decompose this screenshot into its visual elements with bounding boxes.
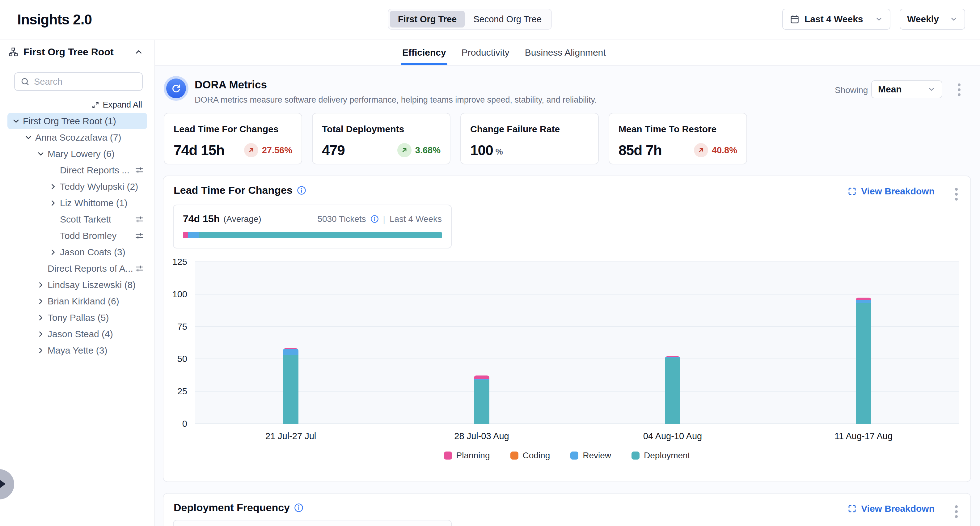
summary-period: Last 4 Weeks	[390, 214, 442, 224]
tree-item[interactable]: Direct Reports ...	[0, 162, 154, 179]
tab-business-alignment[interactable]: Business Alignment	[524, 40, 607, 65]
tab-efficiency[interactable]: Efficiency	[401, 40, 447, 65]
sidebar-search[interactable]	[14, 72, 143, 91]
tree-item-pill: Direct Reports of A...	[7, 260, 147, 277]
summary-separator: |	[383, 214, 385, 224]
bar-segment-review	[283, 349, 298, 355]
metric-card-title: Change Failure Rate	[470, 124, 589, 134]
info-icon[interactable]	[297, 186, 306, 195]
tree-item-pill: Jason Stead (4)	[7, 326, 147, 342]
toggle-first-org-tree[interactable]: First Org Tree	[390, 11, 465, 27]
metric-card-title: Lead Time For Changes	[173, 124, 292, 134]
tree-item[interactable]: Jason Coats (3)	[0, 244, 154, 260]
showing-value: Mean	[878, 84, 902, 94]
tree-item[interactable]: Todd Bromley	[0, 228, 154, 244]
stacked-bar[interactable]	[474, 376, 489, 424]
tree-item[interactable]: First Org Tree Root (1)	[0, 113, 154, 129]
lead-time-kebab-menu-icon[interactable]	[955, 188, 958, 201]
dora-metrics-icon	[164, 76, 188, 101]
tree-item[interactable]: Jason Stead (4)	[0, 326, 154, 342]
search-input[interactable]	[34, 77, 137, 87]
stacked-bar[interactable]	[283, 348, 298, 424]
tree-item[interactable]: Liz Whittome (1)	[0, 195, 154, 211]
gridline	[195, 359, 959, 359]
chevron-down-icon	[928, 85, 935, 93]
tree-item-pill: Todd Bromley	[7, 228, 147, 244]
metric-card: Mean Time To Restore85d 7h40.8%	[609, 113, 747, 164]
deployment-frequency-view-breakdown[interactable]: View Breakdown	[848, 504, 935, 514]
toggle-second-org-tree[interactable]: Second Org Tree	[465, 11, 550, 27]
date-range-dropdown[interactable]: Last 4 Weeks	[782, 9, 890, 30]
stacked-bar[interactable]	[665, 356, 680, 424]
deployment-frequency-title: Deployment Frequency	[173, 502, 290, 514]
showing-label: Showing	[835, 85, 868, 95]
metric-card-value-suffix: %	[496, 147, 503, 157]
tree-item[interactable]: Direct Reports of A...	[0, 260, 154, 277]
tree-item[interactable]: Maya Yette (3)	[0, 342, 154, 359]
granularity-dropdown[interactable]: Weekly	[900, 9, 965, 30]
gridline	[195, 294, 959, 295]
metric-card-title: Mean Time To Restore	[619, 124, 737, 134]
y-tick-label: 50	[155, 354, 187, 364]
stacked-bar[interactable]	[856, 298, 871, 424]
legend-item: Coding	[511, 451, 550, 461]
tree-item-label: Mary Lowery (6)	[48, 149, 115, 159]
view-breakdown-icon	[848, 504, 857, 513]
lead-time-view-breakdown[interactable]: View Breakdown	[848, 186, 935, 196]
chevron-right-icon[interactable]	[46, 248, 60, 257]
tree-item[interactable]: Lindsay Liszewski (8)	[0, 277, 154, 293]
filter-sliders-icon[interactable]	[135, 215, 144, 224]
tree-item[interactable]: Tony Pallas (5)	[0, 309, 154, 326]
tree-item[interactable]: Mary Lowery (6)	[0, 145, 154, 162]
chevron-right-icon[interactable]	[46, 199, 60, 207]
deployment-frequency-kebab-menu-icon[interactable]	[955, 505, 958, 518]
bar-segment-planning	[474, 376, 489, 379]
tab-productivity[interactable]: Productivity	[460, 40, 511, 65]
y-tick-label: 0	[155, 419, 187, 429]
y-tick-label: 25	[155, 386, 187, 397]
chevron-right-icon[interactable]	[34, 346, 48, 355]
calendar-icon	[790, 14, 800, 24]
gridline	[195, 261, 959, 262]
showing-mean-dropdown[interactable]: Mean	[871, 80, 942, 98]
tree-item[interactable]: Anna Scozzafava (7)	[0, 129, 154, 145]
chevron-right-icon[interactable]	[34, 297, 48, 306]
expand-all-icon	[91, 101, 99, 109]
x-tick-label: 28 Jul-03 Aug	[454, 431, 509, 442]
tabs-bar: Efficiency Productivity Business Alignme…	[155, 40, 980, 65]
filter-sliders-icon[interactable]	[135, 166, 144, 175]
info-icon[interactable]	[294, 503, 303, 512]
dora-section-title: DORA Metrics	[195, 78, 267, 91]
chevron-right-icon[interactable]	[34, 313, 48, 322]
tree-item[interactable]: Brian Kirkland (6)	[0, 293, 154, 309]
summary-segment-planning	[183, 232, 188, 238]
y-tick-label: 125	[155, 257, 187, 267]
tree-item-label: Brian Kirkland (6)	[48, 296, 119, 306]
legend-label: Coding	[523, 451, 550, 461]
tree-item-label: First Org Tree Root (1)	[23, 116, 116, 126]
tree-item-label: Anna Scozzafava (7)	[35, 132, 121, 143]
collapse-sidebar-chevron-up-icon[interactable]	[134, 47, 143, 57]
summary-segment-deployment	[199, 232, 442, 238]
chevron-down-icon[interactable]	[22, 133, 35, 142]
sidebar-header: First Org Tree Root	[0, 40, 154, 64]
chevron-right-icon[interactable]	[34, 281, 48, 289]
filter-sliders-icon[interactable]	[135, 231, 144, 241]
summary-phase-bar	[183, 232, 442, 238]
tree-item[interactable]: Scott Tarkett	[0, 211, 154, 228]
plot-area: 025507510012521 Jul-27 Jul28 Jul-03 Aug0…	[195, 262, 959, 424]
chevron-down-icon[interactable]	[9, 117, 23, 126]
info-icon[interactable]	[371, 215, 379, 223]
chevron-down-icon[interactable]	[34, 150, 48, 158]
chevron-right-icon[interactable]	[46, 182, 60, 191]
legend-label: Review	[583, 451, 611, 461]
bar-segment-planning	[856, 298, 871, 300]
dora-kebab-menu-icon[interactable]	[957, 83, 961, 96]
metric-card-delta: 40.8%	[694, 143, 737, 157]
filter-sliders-icon[interactable]	[135, 264, 144, 273]
expand-all-link[interactable]: Expand All	[103, 100, 142, 110]
gridline	[195, 391, 959, 392]
chevron-right-icon[interactable]	[34, 330, 48, 338]
tree-item[interactable]: Teddy Wylupski (2)	[0, 179, 154, 195]
x-tick-label: 21 Jul-27 Jul	[266, 431, 316, 442]
